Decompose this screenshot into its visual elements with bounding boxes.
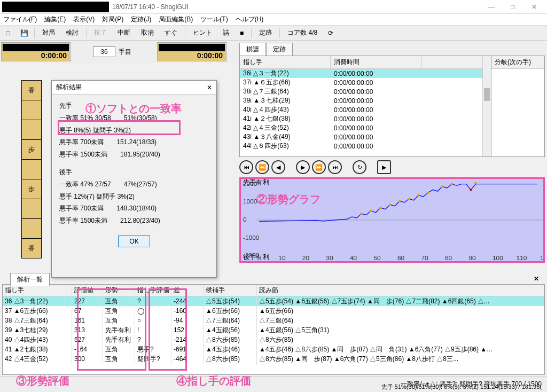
board-cell[interactable]: 歩 bbox=[21, 139, 42, 160]
cores-label[interactable]: コア数 4/8 bbox=[284, 27, 321, 38]
tab-kifu[interactable]: 棋譜 bbox=[239, 43, 266, 56]
next-button[interactable]: ▶ bbox=[296, 160, 310, 174]
new-icon[interactable]: □ bbox=[2, 27, 14, 39]
board-fragment: 香 歩 歩 香 bbox=[21, 80, 53, 258]
tab-book[interactable]: 定跡 bbox=[266, 43, 293, 56]
analysis-list: 解析一覧 ✕ 指し手 評価値 形勢 指し手評価 差 候補手 読み筋 36 △3一… bbox=[2, 284, 545, 375]
svg-rect-18 bbox=[361, 213, 363, 215]
svg-text:0: 0 bbox=[243, 216, 247, 223]
play-button[interactable]: 対局 bbox=[39, 27, 58, 38]
save-icon[interactable]: 💾 bbox=[18, 27, 30, 39]
rewind-button[interactable]: ⏪ bbox=[255, 160, 269, 174]
analysis-row[interactable]: 41 ▲2七銀(38)-164互角悪手?-691▲4五歩(46)▲4五歩(46)… bbox=[3, 344, 544, 354]
move-row[interactable]: 39i ▲３七桂(29)0:00/00:00:00 bbox=[240, 96, 482, 105]
dialog-close-icon[interactable]: ✕ bbox=[207, 84, 212, 91]
svg-rect-29 bbox=[474, 182, 476, 184]
menu-tools[interactable]: ツール(T) bbox=[200, 15, 228, 24]
gote-badrate1: 悪手率 700未満 bbox=[59, 202, 104, 215]
sente-heading: 先手 bbox=[59, 100, 209, 112]
prev-button[interactable]: ◀ bbox=[271, 160, 285, 174]
tab-analysis-list[interactable]: 解析一覧 bbox=[10, 273, 50, 286]
panel-close-icon[interactable]: ✕ bbox=[534, 275, 542, 284]
move-row[interactable]: 40i △４四歩(43)0:00/00:00:00 bbox=[240, 105, 482, 114]
analysis-row[interactable]: 40 △4四歩(43)527先手有利?-214△8六歩(85)△8六歩(85) bbox=[3, 335, 544, 344]
board-cell[interactable]: 香 bbox=[21, 238, 42, 258]
svg-rect-28 bbox=[470, 189, 472, 191]
break-button[interactable]: 中断 bbox=[114, 27, 134, 38]
board-cell[interactable] bbox=[21, 120, 42, 140]
move-row[interactable]: 42i △４三金(52)0:00/00:00:00 bbox=[240, 123, 482, 132]
menu-file[interactable]: ファイル(F) bbox=[3, 15, 37, 24]
sente-badrate1: 悪手率 700未満 bbox=[59, 136, 104, 148]
col-candidate[interactable]: 候補手 bbox=[204, 285, 257, 296]
svg-rect-23 bbox=[408, 198, 410, 200]
hint-button[interactable]: ヒント bbox=[190, 27, 215, 38]
col-branch[interactable]: 分岐(次の手) bbox=[491, 56, 544, 69]
mate-button[interactable]: 詰 bbox=[220, 27, 232, 38]
svg-rect-22 bbox=[398, 200, 401, 202]
undo-button[interactable]: 取消 bbox=[138, 27, 157, 38]
board-cell[interactable] bbox=[21, 159, 42, 179]
reload-icon[interactable]: ⟳ bbox=[325, 27, 337, 39]
col-move-eval[interactable]: 指し手評価 bbox=[135, 285, 171, 296]
svg-text:10: 10 bbox=[278, 254, 286, 261]
move-suffix: 手目 bbox=[119, 48, 131, 57]
clock-left-time: 0:00:00 bbox=[41, 51, 67, 60]
svg-text:-2000: -2000 bbox=[243, 252, 260, 258]
move-number-input[interactable] bbox=[93, 46, 115, 57]
evaluation-graph[interactable]: 先手有利 後手有利 -2000-1000010002000 1020304050… bbox=[239, 177, 545, 263]
col-pv[interactable]: 読み筋 bbox=[257, 285, 544, 296]
menubar: ファイル(F) 編集(E) 表示(V) 対局(P) 定跡(J) 局面編集(B) … bbox=[0, 14, 547, 26]
board-cell[interactable] bbox=[21, 100, 42, 120]
analysis-row[interactable]: 39 ▲3七桂(29)313先手有利!152▲4五銀(56)▲4五銀(56) △… bbox=[3, 325, 544, 335]
resign-button[interactable]: 投了 bbox=[91, 27, 110, 38]
col-time[interactable]: 消費時間 bbox=[331, 56, 421, 68]
move-row[interactable]: 37i ▲６五歩(66)0:00/00:00:00 bbox=[240, 78, 482, 87]
analysis-row[interactable]: 37 ▲6五歩(66)67互角◯-160▲6五歩(66)▲6五歩(66) bbox=[3, 306, 544, 316]
play-button[interactable]: ▶ bbox=[377, 160, 391, 174]
col-eval[interactable]: 評価値 bbox=[72, 285, 103, 296]
sente-match-right: 51%(30/58) bbox=[124, 112, 157, 124]
analysis-row[interactable]: 42 △4三金(52)300互角疑問手?-464△8六歩(85)△8六歩(85)… bbox=[3, 354, 544, 364]
move-row[interactable]: 38i △７三銀(64)0:00/00:00:00 bbox=[240, 87, 482, 96]
maximize-button[interactable]: □ bbox=[502, 3, 523, 11]
menu-view[interactable]: 表示(V) bbox=[73, 15, 95, 24]
menu-help[interactable]: ヘルプ(H) bbox=[236, 15, 264, 24]
now-button[interactable]: すぐ bbox=[161, 27, 181, 38]
col-move[interactable]: 指し手 bbox=[240, 56, 331, 68]
col-move[interactable]: 指し手 bbox=[3, 285, 72, 296]
board-cell[interactable] bbox=[21, 218, 42, 239]
book-button[interactable]: 定跡 bbox=[256, 27, 275, 38]
minimize-button[interactable]: — bbox=[481, 3, 502, 11]
separator bbox=[251, 28, 252, 38]
review-button[interactable]: 検討 bbox=[62, 27, 82, 38]
menu-edit[interactable]: 編集(E) bbox=[44, 15, 66, 24]
board-cell[interactable]: 歩 bbox=[21, 179, 42, 199]
separator bbox=[86, 28, 87, 38]
move-row[interactable]: 44i △６四歩(63)0:00/00:00:00 bbox=[240, 142, 482, 151]
menu-game[interactable]: 対局(P) bbox=[102, 15, 123, 24]
stop-button[interactable]: ■ bbox=[237, 28, 247, 38]
menu-book[interactable]: 定跡(J) bbox=[131, 15, 151, 24]
scroll-thumb[interactable] bbox=[484, 88, 490, 101]
analysis-row[interactable]: 36 △3一角(22)227互角?-244△5五歩(54)△5五歩(54) ▲6… bbox=[3, 296, 544, 306]
scrollbar[interactable] bbox=[482, 56, 491, 156]
analysis-row[interactable]: 38 △7三銀(64)161互角○-94△7三銀(64)△7三銀(64) bbox=[3, 316, 544, 325]
move-row[interactable]: 43i ▲３八金(49)0:00/00:00:00 bbox=[240, 132, 482, 142]
svg-rect-20 bbox=[379, 207, 381, 209]
first-button[interactable]: ⏮ bbox=[239, 160, 253, 174]
ok-button[interactable]: OK bbox=[118, 236, 150, 247]
menu-position[interactable]: 局面編集(B) bbox=[159, 15, 193, 24]
svg-text:20: 20 bbox=[302, 254, 310, 261]
clock-right: 0:00:00 bbox=[157, 42, 226, 61]
last-button[interactable]: ⏭ bbox=[328, 160, 342, 174]
close-button[interactable]: ✕ bbox=[523, 3, 545, 11]
move-row[interactable]: 36i △３一角(22)0:00/00:00:00 bbox=[240, 69, 482, 78]
col-diff[interactable]: 差 bbox=[171, 285, 204, 296]
board-cell[interactable]: 香 bbox=[21, 80, 42, 100]
loop-button[interactable]: ↻ bbox=[353, 160, 366, 174]
move-row[interactable]: 41i ▲２七銀(38)0:00/00:00:00 bbox=[240, 114, 482, 123]
forward-button[interactable]: ⏩ bbox=[312, 160, 326, 174]
col-position[interactable]: 形勢 bbox=[103, 285, 135, 296]
board-cell[interactable] bbox=[21, 199, 42, 219]
